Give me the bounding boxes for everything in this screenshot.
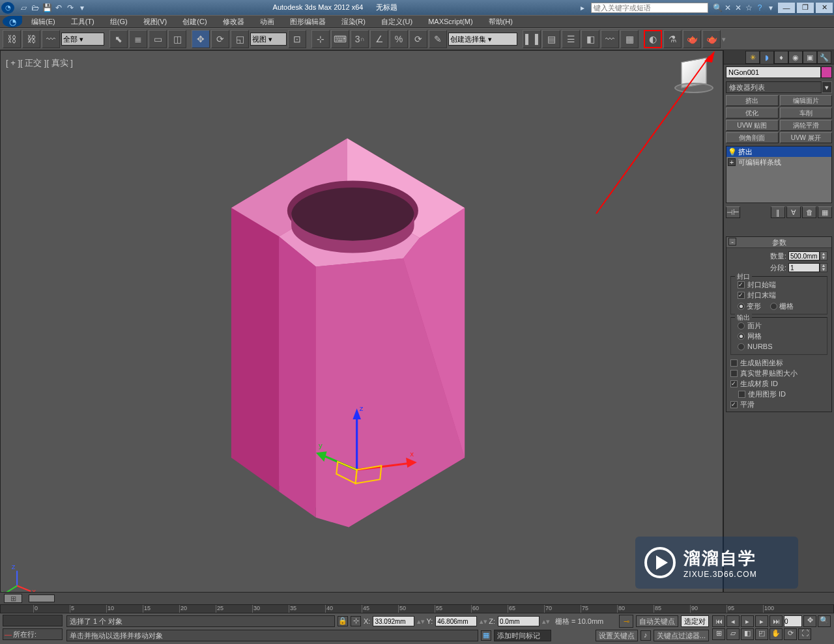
grid-radio[interactable] — [770, 303, 777, 310]
mod-btn-extrude[interactable]: 挤出 — [726, 95, 779, 106]
useshape-check[interactable] — [738, 391, 745, 398]
menu-grapheditors[interactable]: 图形编辑器 — [282, 15, 334, 28]
genmat-check[interactable] — [730, 380, 738, 387]
menu-customize[interactable]: 自定义(U) — [373, 15, 420, 28]
goto-end-icon[interactable]: ⏭ — [769, 615, 783, 627]
mod-btn-bevelprofile[interactable]: 倒角剖面 — [726, 132, 779, 143]
cap-start-check[interactable] — [738, 281, 745, 288]
selset-dropdown[interactable]: 选定对 — [681, 615, 709, 627]
mod-btn-turbosmooth[interactable]: 涡轮平滑 — [780, 120, 833, 131]
favorite-icon[interactable]: ☆ — [743, 3, 754, 13]
ref-coord-dropdown[interactable]: 视图 ▾ — [250, 33, 287, 46]
mod-btn-editpatch[interactable]: 编辑面片 — [780, 95, 833, 106]
prev-frame-icon[interactable]: ◂ — [726, 615, 740, 627]
selection-filter-dropdown[interactable]: 全部 ▾ — [61, 33, 104, 46]
tab-display-icon[interactable]: ▣ — [803, 51, 817, 64]
select-region-rect-icon[interactable]: ▭ — [149, 30, 167, 48]
play-icon[interactable]: ▸ — [741, 615, 754, 627]
render-frame-icon[interactable]: 🫖 — [683, 30, 701, 48]
curve-editor-icon[interactable]: 〰 — [601, 30, 619, 48]
keyboard-shortcut-icon[interactable]: ⌨ — [331, 30, 349, 48]
material-editor-icon[interactable]: ◐ — [644, 30, 662, 48]
make-unique-icon[interactable]: ∀ — [786, 206, 801, 218]
show-end-icon[interactable]: ‖ — [771, 206, 785, 218]
unlink-icon[interactable]: ⛓̸ — [22, 30, 40, 48]
tab-modify-icon[interactable]: ◗ — [760, 51, 774, 64]
timeline-row[interactable]: ⊞ — [0, 593, 834, 604]
snap-3d-icon[interactable]: 3∩ — [351, 30, 369, 48]
help-icon[interactable]: ? — [754, 3, 766, 13]
nurbs-radio[interactable] — [738, 343, 745, 350]
remove-mod-icon[interactable]: 🗑 — [802, 206, 816, 218]
save-file-icon[interactable]: 💾 — [42, 3, 52, 13]
rotate-tool-icon[interactable]: ⟳ — [211, 30, 229, 48]
bind-spacewarp-icon[interactable]: 〰 — [42, 30, 60, 48]
patch-radio[interactable] — [738, 322, 745, 329]
minimize-button[interactable]: — — [778, 3, 795, 13]
mod-btn-uvwmap[interactable]: UVW 贴图 — [726, 120, 779, 131]
lock-icon[interactable]: 🔒 — [338, 616, 348, 626]
viewport[interactable]: [ + ][ 正交 ][ 真实 ] z x — [0, 50, 723, 644]
smooth-check[interactable] — [730, 401, 738, 408]
time-slider[interactable] — [29, 595, 55, 602]
mod-btn-uvwunwrap[interactable]: UVW 展开 — [780, 132, 833, 143]
menu-create[interactable]: 创建(C) — [175, 15, 214, 28]
coord-x-input[interactable] — [373, 616, 414, 626]
nav-pan-icon[interactable]: ✥ — [803, 615, 816, 627]
move-tool-icon[interactable]: ✥ — [192, 30, 210, 48]
search-left-icon[interactable]: ▸ — [578, 3, 587, 13]
tab-hierarchy-icon[interactable]: ♦ — [774, 51, 788, 64]
undo-icon[interactable]: ↶ — [53, 3, 64, 13]
nav-zoomext-icon[interactable]: ◧ — [741, 628, 754, 640]
angle-snap-icon[interactable]: ∠ — [370, 30, 388, 48]
menu-group[interactable]: 组(G) — [102, 15, 136, 28]
frame-input[interactable] — [784, 615, 802, 627]
maximize-button[interactable]: ❐ — [797, 3, 814, 13]
time-config-icon[interactable]: ⊞ — [4, 594, 22, 603]
menu-help[interactable]: 帮助(H) — [481, 15, 521, 28]
keymode-icon[interactable]: ♪ — [640, 630, 651, 641]
nav-orbit-icon[interactable]: ⟳ — [784, 628, 797, 640]
exchange-icon[interactable]: ✕ — [733, 3, 743, 13]
nav-region-icon[interactable]: ◰ — [755, 628, 768, 640]
graphite-icon[interactable]: ◧ — [581, 30, 599, 48]
mirror-icon[interactable]: ▌▐ — [523, 30, 541, 48]
nav-maxview-icon[interactable]: ⛶ — [798, 628, 811, 640]
cap-end-check[interactable] — [738, 292, 745, 299]
align-icon[interactable]: ▤ — [542, 30, 560, 48]
named-selection-dropdown[interactable]: 创建选择集 ▾ — [448, 33, 517, 46]
viewcube[interactable] — [674, 57, 713, 96]
modifier-list-dropdown[interactable]: 修改器列表 — [726, 81, 822, 93]
listener-icon[interactable]: ▦ — [481, 630, 491, 641]
tab-motion-icon[interactable]: ◉ — [788, 51, 803, 64]
layers-icon[interactable]: ☰ — [562, 30, 580, 48]
window-crossing-icon[interactable]: ◫ — [168, 30, 186, 48]
pivot-center-icon[interactable]: ⊡ — [288, 30, 306, 48]
edit-named-sel-icon[interactable]: ✎ — [429, 30, 447, 48]
select-object-icon[interactable]: ⬉ — [109, 30, 128, 48]
menu-rendering[interactable]: 渲染(R) — [334, 15, 373, 28]
manipulate-icon[interactable]: ⊹ — [311, 30, 330, 48]
connect-icon[interactable]: ✕ — [723, 3, 733, 13]
key-icon[interactable]: ⊸ — [619, 615, 633, 628]
menu-maxscript[interactable]: MAXScript(M) — [420, 15, 480, 28]
keyfilter-button[interactable]: 关键点过滤器... — [654, 630, 709, 641]
object-color-swatch[interactable] — [821, 66, 832, 78]
stack-item-extrude[interactable]: 💡挤出 — [726, 147, 831, 157]
morph-radio[interactable] — [738, 303, 745, 310]
new-file-icon[interactable]: ▱ — [18, 3, 29, 13]
time-ruler[interactable]: /*ruler built below*/ 051015202530354045… — [0, 604, 834, 613]
autokey-button[interactable]: 自动关键点 — [636, 615, 678, 627]
stack-item-spline[interactable]: +可编辑样条线 — [726, 157, 831, 167]
setkey-button[interactable]: 设置关键点 — [596, 630, 638, 641]
nav-zoomall-icon[interactable]: ⊞ — [712, 628, 725, 640]
close-button[interactable]: ✕ — [816, 3, 833, 13]
genmap-check[interactable] — [730, 359, 738, 367]
tab-create-icon[interactable]: ✳ — [745, 51, 760, 64]
realworld-check[interactable] — [730, 370, 738, 377]
spinner-snap-icon[interactable]: ⟳ — [409, 30, 427, 48]
pin-stack-icon[interactable]: ⊣⊢ — [726, 206, 740, 218]
viewport-canvas[interactable]: z x y z x y — [1, 51, 723, 643]
scale-tool-icon[interactable]: ◱ — [231, 30, 249, 48]
select-by-name-icon[interactable]: ≣ — [129, 30, 147, 48]
